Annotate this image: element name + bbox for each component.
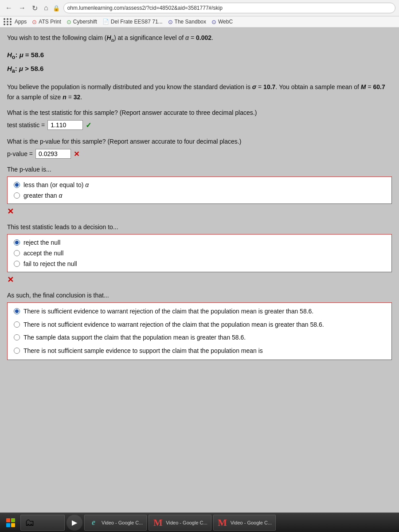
q2-input[interactable] xyxy=(35,149,71,159)
refresh-button[interactable]: ↻ xyxy=(30,3,39,13)
m-icon-2: M xyxy=(217,517,228,528)
q2-answer-row: p-value = ✕ xyxy=(7,149,392,159)
bookmark-webc-icon: ⊙ xyxy=(211,19,216,25)
decision-radio-reject[interactable] xyxy=(14,239,20,246)
taskbar-edge-1[interactable]: e Video - Google C... xyxy=(84,515,147,531)
decision-option-reject-label: reject the null xyxy=(23,239,60,246)
bookmarks-bar: Apps ⊙ ATS Print ⊙ Cybershift 📄 Del Frat… xyxy=(0,16,399,27)
decision-option-fail[interactable]: fail to reject the null xyxy=(14,260,385,267)
taskbar: 🗂 ▶ e Video - Google C... M Video - Goog… xyxy=(0,512,399,532)
taskbar-edge-1-label: Video - Google C... xyxy=(102,520,143,525)
browser-chrome: ← → ↻ ⌂ 🔒 Apps ⊙ ATS Print ⊙ Cybershift … xyxy=(0,0,399,28)
conclusion-radio-3[interactable] xyxy=(14,334,20,340)
pvalue-section-label: The p-value is... xyxy=(7,166,392,173)
bookmark-webc-label: WebC xyxy=(218,19,233,25)
bookmark-apps[interactable]: Apps xyxy=(4,18,27,25)
pvalue-option-greater-label: greater than α xyxy=(23,192,62,199)
conclusion-radio-group: There is sufficient evidence to warrant … xyxy=(7,302,392,360)
q1-question-text: What is the test statistic for this samp… xyxy=(7,108,392,117)
bookmark-ats-icon: ⊙ xyxy=(32,19,37,25)
edge-icon-1: e xyxy=(88,517,99,528)
conclusion-option-2-label: There is not sufficient evidence to warr… xyxy=(23,321,324,329)
decision-radio-fail[interactable] xyxy=(14,261,20,267)
decision-section-label: This test statistic leads to a decision … xyxy=(7,223,392,231)
conclusion-option-4-label: There is not sufficient sample evidence … xyxy=(23,347,263,356)
bookmark-ats-print[interactable]: ⊙ ATS Print xyxy=(32,19,61,25)
pvalue-option-less-label: less than (or equal to) α xyxy=(23,181,89,188)
pvalue-wrong-marker: ✕ xyxy=(7,207,392,216)
conclusion-section: As such, the final conclusion is that...… xyxy=(7,292,392,360)
decision-radio-group: reject the null accept the null fail to … xyxy=(7,234,392,272)
conclusion-option-3-label: The sample data support the claim that t… xyxy=(23,333,246,342)
bookmark-sandbox[interactable]: ⊙ The Sandbox xyxy=(168,19,206,25)
decision-radio-accept[interactable] xyxy=(14,250,20,256)
forward-button[interactable]: → xyxy=(17,3,27,13)
conclusion-option-1-label: There is sufficient evidence to warrant … xyxy=(23,307,313,316)
bookmark-delfrate-icon: 📄 xyxy=(102,19,109,25)
taskbar-m-1-label: Video - Google C... xyxy=(166,520,207,525)
decision-section: This test statistic leads to a decision … xyxy=(7,223,392,285)
conclusion-radio-1[interactable] xyxy=(14,308,20,314)
conclusion-option-1[interactable]: There is sufficient evidence to warrant … xyxy=(14,307,385,316)
conclusion-option-3[interactable]: The sample data support the claim that t… xyxy=(14,333,385,342)
taskbar-m-1[interactable]: M Video - Google C... xyxy=(149,515,211,531)
conclusion-section-label: As such, the final conclusion is that... xyxy=(7,292,392,299)
q1-answer-row: test statistic = ✓ xyxy=(7,120,392,130)
pvalue-radio-group: less than (or equal to) α greater than α xyxy=(7,176,392,204)
pvalue-section: The p-value is... less than (or equal to… xyxy=(7,166,392,216)
pvalue-option-greater[interactable]: greater than α xyxy=(14,192,385,199)
home-button[interactable]: ⌂ xyxy=(42,3,50,13)
pvalue-radio-less[interactable] xyxy=(14,182,20,188)
decision-option-accept-label: accept the null xyxy=(23,250,63,257)
content-area: You wish to test the following claim (Ha… xyxy=(0,28,399,532)
taskbar-file-explorer[interactable]: 🗂 xyxy=(20,515,65,531)
q2-question-text: What is the p-value for this sample? (Re… xyxy=(7,137,392,146)
ha-line: Ha: μ > 58.6 xyxy=(7,63,392,76)
back-button[interactable]: ← xyxy=(4,3,14,13)
decision-wrong-marker: ✕ xyxy=(7,275,392,285)
m-icon-1: M xyxy=(153,517,163,528)
decision-option-fail-label: fail to reject the null xyxy=(23,260,77,267)
description-block: You believe the population is normally d… xyxy=(7,82,392,102)
bookmark-webc[interactable]: ⊙ WebC xyxy=(211,19,233,25)
play-icon: ▶ xyxy=(72,518,77,527)
bookmark-sandbox-label: The Sandbox xyxy=(175,19,206,25)
conclusion-radio-4[interactable] xyxy=(14,348,20,354)
q2-label: p-value = xyxy=(7,150,33,157)
problem-statement: You wish to test the following claim (Ha… xyxy=(7,33,392,43)
conclusion-radio-2[interactable] xyxy=(14,321,20,328)
q2-incorrect-icon: ✕ xyxy=(74,150,79,158)
bookmark-ats-label: ATS Print xyxy=(39,19,61,25)
decision-option-accept[interactable]: accept the null xyxy=(14,250,385,257)
pvalue-option-less[interactable]: less than (or equal to) α xyxy=(14,181,385,188)
decision-option-reject[interactable]: reject the null xyxy=(14,239,385,246)
taskbar-m-2-label: Video - Google C... xyxy=(231,520,272,525)
q2-block: What is the p-value for this sample? (Re… xyxy=(7,137,392,159)
bookmark-apps-label: Apps xyxy=(15,19,27,25)
conclusion-option-4[interactable]: There is not sufficient sample evidence … xyxy=(14,347,385,356)
bookmark-cybershift-label: Cybershift xyxy=(73,19,97,25)
q1-block: What is the test statistic for this samp… xyxy=(7,108,392,130)
windows-start-button[interactable] xyxy=(3,515,19,531)
conclusion-option-2[interactable]: There is not sufficient evidence to warr… xyxy=(14,321,385,329)
q1-input[interactable] xyxy=(47,120,83,130)
pvalue-radio-greater[interactable] xyxy=(14,192,20,199)
bookmark-sandbox-icon: ⊙ xyxy=(168,19,173,25)
file-explorer-icon: 🗂 xyxy=(24,517,35,528)
bookmark-delfrate-label: Del Frate EES87 71... xyxy=(111,19,163,25)
bookmark-cybershift[interactable]: ⊙ Cybershift xyxy=(66,19,97,25)
nav-bar: ← → ↻ ⌂ 🔒 xyxy=(0,0,399,16)
q1-correct-icon: ✓ xyxy=(86,121,91,129)
windows-logo-icon xyxy=(6,518,15,527)
taskbar-media-button[interactable]: ▶ xyxy=(66,515,82,531)
hypothesis-block: Ho: μ = 58.6 Ha: μ > 58.6 xyxy=(7,49,392,76)
taskbar-m-2[interactable]: M Video - Google C... xyxy=(213,515,276,531)
bookmark-cybershift-icon: ⊙ xyxy=(66,19,71,25)
h0-line: Ho: μ = 58.6 xyxy=(7,49,392,63)
address-bar[interactable] xyxy=(63,3,395,13)
bookmark-del-frate[interactable]: 📄 Del Frate EES87 71... xyxy=(102,19,163,25)
q1-label: test statistic = xyxy=(7,121,45,129)
lock-icon: 🔒 xyxy=(53,5,60,12)
